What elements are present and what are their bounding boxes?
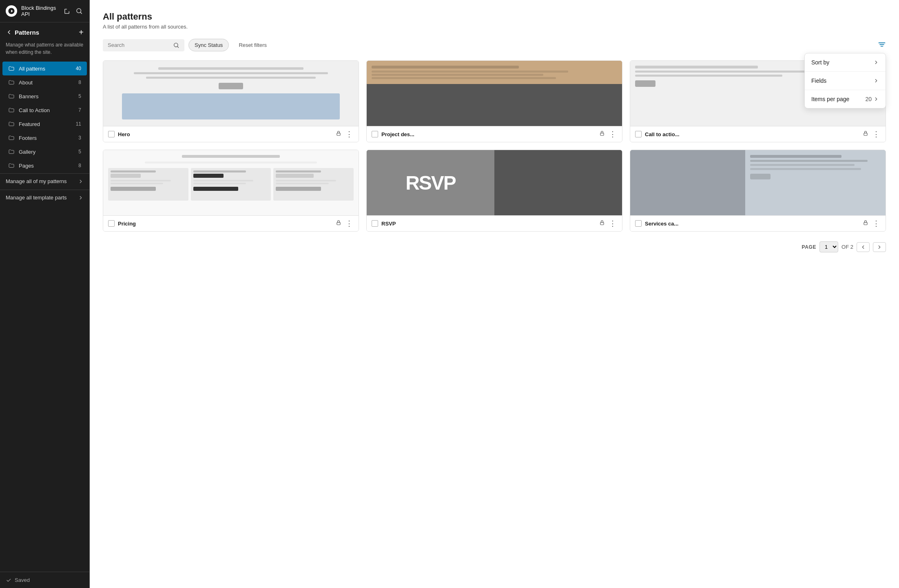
page-label: PAGE xyxy=(802,244,817,250)
all-patterns-label: All patterns xyxy=(19,66,72,72)
sidebar-saved: Saved xyxy=(0,572,89,588)
pagination: PAGE 1 2 OF 2 xyxy=(103,241,886,252)
about-count: 8 xyxy=(78,80,81,85)
pattern-preview-pricing xyxy=(103,150,359,215)
pattern-preview-project xyxy=(367,61,622,126)
pattern-name: Call to actio... xyxy=(645,131,859,137)
pattern-checkbox[interactable] xyxy=(108,220,115,227)
patterns-title: Patterns xyxy=(15,29,39,36)
manage-template-parts-link[interactable]: Manage all template parts xyxy=(0,190,89,205)
cta-label: Call to Action xyxy=(19,107,74,113)
pattern-card-footer: Call to actio... ⋮ xyxy=(630,126,886,142)
pattern-name: Hero xyxy=(118,131,332,137)
sidebar-item-footers[interactable]: Footers 3 xyxy=(2,131,87,145)
site-name: Block Bindings API xyxy=(21,5,58,17)
of-label: OF 2 xyxy=(841,244,853,250)
sidebar: Block Bindings API Patterns + Manage wha… xyxy=(0,0,90,588)
pattern-more-button[interactable]: ⋮ xyxy=(872,220,881,227)
pattern-more-button[interactable]: ⋮ xyxy=(872,130,881,138)
svg-rect-6 xyxy=(600,222,604,225)
svg-rect-4 xyxy=(864,133,867,135)
svg-rect-3 xyxy=(600,133,604,135)
toolbar: Sync Status Reset filters xyxy=(103,39,886,51)
filter-icon xyxy=(878,41,886,49)
pattern-checkbox[interactable] xyxy=(108,131,115,137)
pages-label: Pages xyxy=(19,163,74,169)
reset-filters-button[interactable]: Reset filters xyxy=(233,39,272,51)
saved-label: Saved xyxy=(15,577,30,583)
search-button[interactable] xyxy=(75,7,84,15)
svg-rect-5 xyxy=(337,222,340,225)
folder-icon xyxy=(8,148,15,155)
add-pattern-button[interactable]: + xyxy=(79,28,84,36)
folder-icon xyxy=(8,121,15,127)
pattern-card-project[interactable]: Project des... ⋮ xyxy=(366,60,622,142)
sidebar-item-featured[interactable]: Featured 11 xyxy=(2,117,87,131)
sidebar-item-about[interactable]: About 8 xyxy=(2,75,87,89)
search-icon xyxy=(173,42,179,49)
banners-count: 5 xyxy=(78,93,81,99)
gallery-count: 5 xyxy=(78,149,81,155)
footers-label: Footers xyxy=(19,135,74,141)
sidebar-item-pages[interactable]: Pages 8 xyxy=(2,159,87,172)
pattern-card-services[interactable]: Services ca... ⋮ xyxy=(630,150,886,232)
manage-my-patterns-link[interactable]: Manage all of my patterns xyxy=(0,173,89,189)
filter-options-button[interactable] xyxy=(878,41,886,49)
pattern-card-rsvp[interactable]: RSVP RSVP ⋮ xyxy=(366,150,622,232)
manage-template-parts-label: Manage all template parts xyxy=(6,195,67,201)
chevron-right-icon-small xyxy=(873,96,879,102)
featured-label: Featured xyxy=(19,121,72,127)
external-link-button[interactable] xyxy=(62,7,71,15)
fields-label: Fields xyxy=(811,77,826,84)
fields-option[interactable]: Fields xyxy=(805,72,886,90)
sidebar-header: Block Bindings API xyxy=(0,0,89,22)
chevron-right-icon xyxy=(873,78,879,84)
sidebar-item-all-patterns[interactable]: All patterns 40 xyxy=(2,62,87,75)
footers-count: 3 xyxy=(78,135,81,141)
search-input[interactable] xyxy=(108,42,170,48)
patterns-header: Patterns + xyxy=(0,22,89,40)
sidebar-item-banners[interactable]: Banners 5 xyxy=(2,89,87,103)
chevron-right-icon xyxy=(873,60,879,65)
pattern-card-footer: Services ca... ⋮ xyxy=(630,215,886,231)
pattern-checkbox[interactable] xyxy=(635,220,642,227)
pattern-card-pricing[interactable]: Pricing ⋮ xyxy=(103,150,359,232)
manage-my-patterns-label: Manage all of my patterns xyxy=(6,178,67,184)
pattern-checkbox[interactable] xyxy=(372,220,378,227)
svg-rect-7 xyxy=(864,222,867,225)
items-per-page-option[interactable]: Items per page 20 xyxy=(805,90,886,108)
pattern-card-hero[interactable]: Hero ⋮ xyxy=(103,60,359,142)
items-per-page-value: 20 xyxy=(865,96,879,102)
pattern-more-button[interactable]: ⋮ xyxy=(608,220,617,227)
pattern-checkbox[interactable] xyxy=(372,131,378,137)
lock-icon xyxy=(599,220,605,227)
pattern-more-button[interactable]: ⋮ xyxy=(345,220,354,227)
pattern-name: Pricing xyxy=(118,221,332,227)
main-title: All patterns xyxy=(103,11,886,22)
main-description: A list of all patterns from all sources. xyxy=(103,24,886,30)
sort-by-option[interactable]: Sort by xyxy=(805,53,886,72)
page-select[interactable]: 1 2 xyxy=(819,241,838,252)
sidebar-item-cta[interactable]: Call to Action 7 xyxy=(2,103,87,117)
search-box xyxy=(103,39,184,51)
featured-count: 11 xyxy=(76,121,81,127)
pattern-checkbox[interactable] xyxy=(635,131,642,137)
folder-icon xyxy=(8,65,15,72)
next-page-button[interactable] xyxy=(873,242,886,252)
prev-page-button[interactable] xyxy=(857,242,870,252)
pattern-card-footer: RSVP ⋮ xyxy=(367,215,622,231)
folder-icon xyxy=(8,162,15,169)
pattern-card-footer: Project des... ⋮ xyxy=(367,126,622,142)
pattern-card-footer: Hero ⋮ xyxy=(103,126,359,142)
back-button[interactable]: Patterns xyxy=(6,29,39,36)
sidebar-item-gallery[interactable]: Gallery 5 xyxy=(2,145,87,159)
pattern-more-button[interactable]: ⋮ xyxy=(608,130,617,138)
folder-icon xyxy=(8,135,15,141)
pattern-name: Project des... xyxy=(381,131,596,137)
chevron-right-icon xyxy=(877,244,882,250)
sync-status-button[interactable]: Sync Status xyxy=(188,39,229,51)
pattern-more-button[interactable]: ⋮ xyxy=(345,130,354,138)
main-content: All patterns A list of all patterns from… xyxy=(90,0,899,588)
pages-count: 8 xyxy=(78,163,81,168)
lock-icon xyxy=(336,130,341,138)
